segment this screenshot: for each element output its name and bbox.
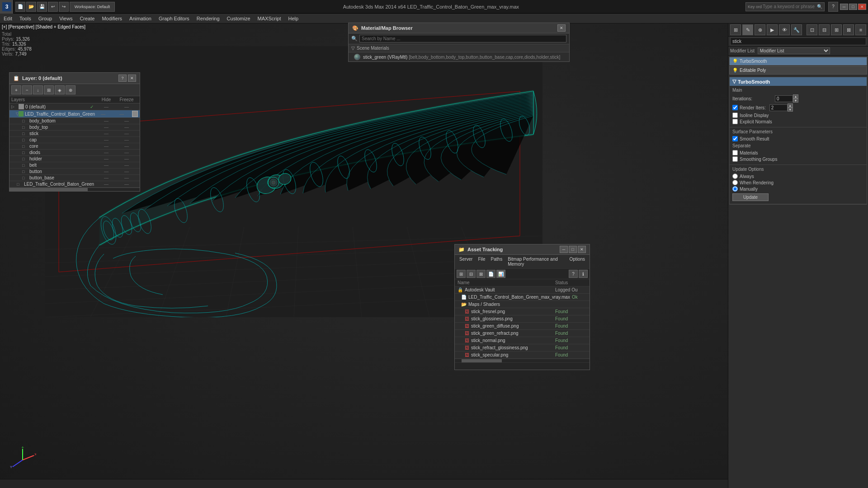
new-btn[interactable]: 📄	[15, 2, 25, 12]
mirror-btn[interactable]: ⊞	[831, 24, 842, 35]
at-item[interactable]: 🖼 stick_specular.png Found	[455, 352, 590, 359]
layers-btn[interactable]: ≡	[855, 24, 866, 35]
browser-search-input[interactable]	[359, 35, 566, 42]
layer-highlight-btn[interactable]: ◈	[55, 85, 65, 94]
redo-btn[interactable]: ↪	[59, 2, 69, 12]
create-tab[interactable]: ⊞	[730, 24, 741, 35]
array-btn[interactable]: ⊠	[843, 24, 854, 35]
ts-smooth-result-checkbox[interactable]: Smooth Result	[732, 136, 769, 141]
layer-item[interactable]: ▷ 0 (default) ✓ — —	[9, 103, 140, 110]
ts-explicit-check[interactable]	[732, 119, 738, 124]
ts-explicit-checkbox[interactable]: Explicit Normals	[732, 119, 772, 124]
layer-help-btn[interactable]: ?	[118, 75, 127, 82]
ts-render-iters-input[interactable]	[769, 104, 788, 111]
help-btn[interactable]: ?	[828, 2, 838, 12]
layer-item[interactable]: □ cap — —	[9, 137, 140, 143]
ts-render-iters-check[interactable]	[732, 105, 738, 110]
menu-tools[interactable]: Tools	[16, 15, 35, 22]
ts-when-rendering-radio[interactable]: When Rendering	[732, 180, 774, 185]
at-item[interactable]: 🖼 stick_glossiness.png Found	[455, 315, 590, 323]
menu-rendering[interactable]: Rendering	[193, 15, 223, 22]
layer-delete-btn[interactable]: −	[22, 85, 32, 94]
ts-always-check[interactable]	[732, 174, 738, 179]
layer-item[interactable]: □ stick — —	[9, 131, 140, 137]
minimize-btn[interactable]: ─	[840, 4, 848, 10]
at-tool-4[interactable]: 📄	[486, 270, 495, 278]
ts-isoline-checkbox[interactable]: Isoline Display	[732, 113, 769, 118]
ts-manually-check[interactable]	[732, 186, 738, 192]
at-menu-file[interactable]: File	[475, 256, 488, 267]
ts-render-iters-up[interactable]: ▲	[788, 103, 793, 108]
hierarchy-tab[interactable]: ⊕	[755, 24, 765, 35]
align-btn[interactable]: ⊟	[819, 24, 830, 35]
at-item[interactable]: 🖼 stick_green_diffuse.png Found	[455, 323, 590, 330]
editable-poly-modifier[interactable]: 💡 Editable Poly	[729, 66, 867, 75]
keyword-search[interactable]: Key ord 🔍	[745, 2, 825, 11]
at-item[interactable]: 🖼 stick_normal.png Found	[455, 337, 590, 344]
layer-merge-btn[interactable]: ⊕	[66, 85, 75, 94]
at-tool-3[interactable]: ⊠	[476, 270, 486, 278]
ts-render-iters-down[interactable]: ▼	[788, 108, 793, 112]
ts-isoline-check[interactable]	[732, 113, 738, 118]
modifier-search-input[interactable]	[730, 38, 866, 45]
keyword-input[interactable]	[763, 4, 817, 9]
close-btn[interactable]: ✕	[858, 4, 866, 10]
layer-item[interactable]: □ LED_Traffic_Control_Baton_Green — —	[9, 181, 140, 188]
at-menu-bitmap[interactable]: Bitmap Performance and Memory	[505, 256, 566, 267]
ts-smooth-result-check[interactable]	[732, 136, 738, 141]
layer-add-selection-btn[interactable]: ↓	[33, 85, 43, 94]
ts-iterations-down[interactable]: ▼	[793, 99, 798, 103]
at-tool-5[interactable]: 📊	[496, 270, 505, 278]
at-close-btn[interactable]: ✕	[578, 246, 586, 253]
menu-help[interactable]: Help	[285, 15, 302, 22]
layer-new-btn[interactable]: +	[11, 85, 21, 94]
ts-render-iters-checkbox[interactable]: Render Iters:	[732, 105, 766, 110]
ts-update-btn[interactable]: Update	[732, 193, 769, 201]
at-item[interactable]: 🖼 stick_green_refract.png Found	[455, 330, 590, 337]
at-item[interactable]: 🖼 stick_refract_glossiness.png Found	[455, 344, 590, 352]
menu-maxscript[interactable]: MAXScript	[254, 15, 285, 22]
snap-btn[interactable]: ⊡	[807, 24, 817, 35]
ts-iterations-up[interactable]: ▲	[793, 94, 798, 99]
menu-modifiers[interactable]: Modifiers	[98, 15, 126, 22]
at-item[interactable]: 📄 LED_Traffic_Control_Baton_Green_max_vr…	[455, 294, 590, 301]
at-tool-1[interactable]: ⊞	[457, 270, 466, 278]
at-menu-options[interactable]: Options	[567, 256, 588, 267]
layer-item[interactable]: □ body_bottom — —	[9, 118, 140, 124]
layer-item[interactable]: □ button_base — —	[9, 175, 140, 181]
ts-materials-check[interactable]	[732, 150, 738, 155]
scene-materials-section[interactable]: ▽ Scene Materials	[349, 44, 569, 52]
modifier-dropdown[interactable]: Modifier List	[758, 47, 830, 54]
layer-item[interactable]: ▽ LED_Traffic_Control_Baton_Green — —	[9, 110, 140, 118]
ts-manually-radio[interactable]: Manually	[732, 186, 758, 192]
modify-tab active[interactable]: ✎	[742, 24, 753, 35]
ts-smoothing-groups-check[interactable]	[732, 156, 738, 162]
layer-item[interactable]: □ holder — —	[9, 156, 140, 162]
turbosmooth-modifier[interactable]: 💡 TurboSmooth	[729, 57, 867, 66]
at-help-btn[interactable]: ?	[569, 270, 578, 278]
at-item[interactable]: 📂 Maps / Shaders	[455, 301, 590, 308]
at-menu-server[interactable]: Server	[457, 256, 475, 267]
layer-checkbox[interactable]	[132, 111, 138, 117]
layer-item[interactable]: □ body_top — —	[9, 124, 140, 131]
at-info-btn[interactable]: ℹ	[579, 270, 588, 278]
open-btn[interactable]: 📂	[26, 2, 36, 12]
at-menu-paths[interactable]: Paths	[488, 256, 505, 267]
ts-smoothing-groups-checkbox[interactable]: Smoothing Groups	[732, 156, 777, 162]
menu-customize[interactable]: Customize	[223, 15, 254, 22]
ts-iterations-spinner[interactable]: ▲ ▼	[775, 94, 798, 103]
ts-when-rendering-check[interactable]	[732, 180, 738, 185]
menu-group[interactable]: Group	[35, 15, 56, 22]
undo-btn[interactable]: ↩	[48, 2, 58, 12]
at-tool-2[interactable]: ⊟	[467, 270, 476, 278]
material-item[interactable]: stick_green (VRayMtl) [belt,body_bottom,…	[349, 52, 569, 61]
layer-scrollbar[interactable]	[9, 188, 140, 191]
ts-render-iters-spinner[interactable]: ▲ ▼	[769, 103, 793, 112]
layer-select-btn[interactable]: ⊞	[44, 85, 54, 94]
ts-materials-checkbox[interactable]: Materials	[732, 150, 758, 155]
layer-item[interactable]: □ diods — —	[9, 150, 140, 156]
layer-item[interactable]: □ button — —	[9, 169, 140, 175]
ts-always-radio[interactable]: Always	[732, 174, 754, 179]
at-item[interactable]: 🔒 Autodesk Vault Logged Ou	[455, 286, 590, 294]
ts-iterations-input[interactable]	[775, 95, 793, 102]
